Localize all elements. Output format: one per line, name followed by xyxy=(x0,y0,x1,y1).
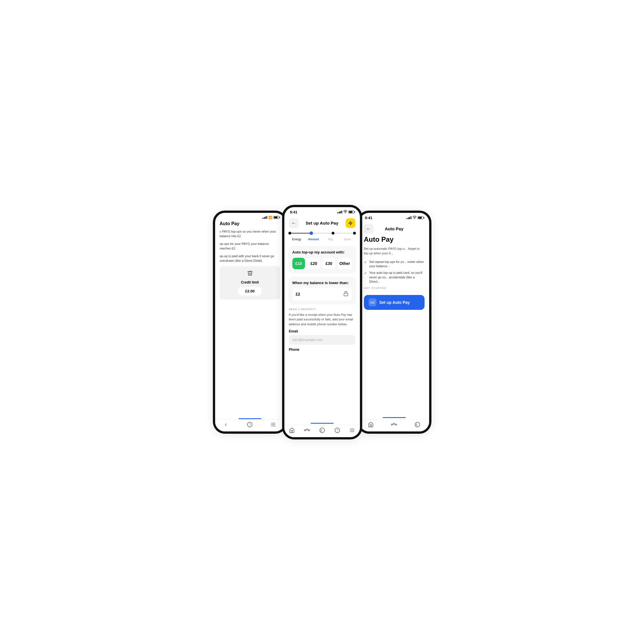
right-bottom-nav: £ xyxy=(359,419,429,431)
svg-point-26 xyxy=(396,424,397,425)
label-pay: Pay xyxy=(322,238,339,241)
autopay-desc: Set up automatic PAYG top-u... forget to… xyxy=(364,246,425,256)
signal-icon xyxy=(262,216,267,219)
center-signal-icon xyxy=(337,211,342,213)
label-done: Done xyxy=(339,238,356,241)
credit-card: Credit limit £2.00 xyxy=(220,266,280,300)
left-text-2: op-ups for your PAYG your balance reache… xyxy=(220,241,280,251)
right-battery-icon xyxy=(418,216,423,219)
action-button[interactable] xyxy=(346,218,355,228)
left-status-icons: 📶 xyxy=(262,216,279,219)
label-amount: Amount xyxy=(305,238,322,241)
center-status-bar: 9:41 xyxy=(284,207,360,216)
left-nav-help[interactable]: ? xyxy=(247,422,253,427)
left-screen: 📶 Auto Pay c PAYG top-ups so you never w… xyxy=(215,213,285,431)
phone-label: Phone xyxy=(289,348,355,352)
right-nav-home[interactable] xyxy=(368,422,374,427)
step-dot-amount xyxy=(310,231,313,235)
get-started-label: GET STARTED xyxy=(364,287,425,290)
step-amount xyxy=(310,231,313,235)
left-status-bar: 📶 xyxy=(215,213,285,221)
left-bottom-bar-container xyxy=(215,417,285,419)
center-time: 9:41 xyxy=(290,210,298,214)
setup-autopay-button[interactable]: Set up Auto Pay xyxy=(364,295,425,310)
balance-card: When my balance is lower than: £2 xyxy=(288,277,356,304)
step-line-2 xyxy=(313,233,332,233)
svg-text:£: £ xyxy=(416,423,418,426)
svg-text:£: £ xyxy=(225,423,227,426)
amount-btn-other[interactable]: Other xyxy=(338,258,352,269)
left-phone: 📶 Auto Pay c PAYG top-ups so you never w… xyxy=(213,211,287,434)
left-text-1: c PAYG top-ups so you never when your ba… xyxy=(220,229,280,239)
trash-icon[interactable] xyxy=(247,270,253,278)
left-nav-menu[interactable] xyxy=(270,422,276,427)
back-button[interactable]: ← xyxy=(289,218,299,228)
center-bottom-nav: £ ? xyxy=(284,425,360,437)
right-nav-bar: ← Auto Pay xyxy=(359,222,429,235)
amount-btn-30[interactable]: £30 xyxy=(322,258,335,269)
scene: 📶 Auto Pay c PAYG top-ups so you never w… xyxy=(193,193,451,451)
center-screen: 9:41 ← Set up Auto Pay xyxy=(284,207,360,437)
lock-icon xyxy=(343,291,348,298)
topup-card: Auto top-up my account with: £10 £20 £30… xyxy=(288,246,356,273)
receipt-label: NEED A RECEIPT? xyxy=(289,308,355,311)
step-energy xyxy=(288,232,291,235)
svg-point-6 xyxy=(345,213,346,213)
center-nav-home[interactable] xyxy=(289,427,295,433)
receipt-section: NEED A RECEIPT? If you'd like a receipt … xyxy=(288,308,356,356)
step-line-1 xyxy=(291,233,310,233)
right-status-icons xyxy=(407,216,423,220)
center-bottom-bar xyxy=(311,423,334,424)
balance-input-row: £2 xyxy=(292,288,352,300)
right-back-button[interactable]: ← xyxy=(364,224,374,234)
center-phone: 9:41 ← Set up Auto Pay xyxy=(282,205,362,439)
left-bottom-nav: £ ? xyxy=(215,419,285,431)
email-input[interactable]: sam@example.com xyxy=(289,335,355,345)
center-wifi-icon xyxy=(343,210,347,214)
center-nav-pound[interactable]: £ xyxy=(319,427,325,433)
check-text-1: Set repeat top-ups for yo... meter when … xyxy=(369,260,425,269)
step-dot-energy xyxy=(288,232,291,235)
svg-point-22 xyxy=(391,424,393,425)
label-energy: Energy xyxy=(288,238,305,241)
svg-marker-7 xyxy=(349,221,352,225)
right-bottom-bar-container xyxy=(359,417,429,419)
svg-text:£: £ xyxy=(321,428,323,432)
center-battery-icon xyxy=(348,211,354,213)
center-nav-title: Set up Auto Pay xyxy=(306,221,338,225)
center-nav-dots[interactable] xyxy=(304,428,310,432)
right-screen: 9:41 ← Auto Pay xyxy=(359,213,429,431)
right-nav-pound[interactable]: £ xyxy=(415,422,420,427)
step-line-3 xyxy=(334,233,353,233)
svg-text:?: ? xyxy=(336,429,338,432)
amount-btn-10[interactable]: £10 xyxy=(292,258,305,269)
check-item-1: ✓ Set repeat top-ups for yo... meter whe… xyxy=(364,260,425,269)
left-nav-pound[interactable]: £ xyxy=(224,422,229,427)
autopay-title: Auto Pay xyxy=(364,235,425,243)
divider xyxy=(364,292,425,292)
balance-value: £2 xyxy=(296,292,300,296)
right-wifi-icon xyxy=(413,216,417,220)
center-nav-menu[interactable] xyxy=(349,427,355,433)
topup-title: Auto top-up my account with: xyxy=(292,250,352,254)
right-content: Auto Pay Set up automatic PAYG top-u... … xyxy=(359,235,429,326)
amount-btn-20[interactable]: £20 xyxy=(307,258,320,269)
check-item-2: ✓ Your auto top-up is paid card, so you'… xyxy=(364,271,425,284)
center-nav-help[interactable]: ? xyxy=(334,427,340,433)
step-pay xyxy=(332,232,334,235)
left-text-3: op-up is paid with your bank ll never go… xyxy=(220,254,280,263)
balance-title: When my balance is lower than: xyxy=(292,281,352,285)
check-text-2: Your auto top-up is paid card, so you'll… xyxy=(369,271,425,284)
credit-value: £2.00 xyxy=(238,287,261,296)
email-label: Email xyxy=(289,329,355,333)
right-bottom-bar xyxy=(383,417,406,418)
center-bottom-bar-container xyxy=(284,422,360,425)
right-status-bar: 9:41 xyxy=(359,213,429,222)
setup-btn-label: Set up Auto Pay xyxy=(379,300,410,305)
svg-point-13 xyxy=(308,429,310,431)
wifi-icon: 📶 xyxy=(268,216,272,219)
right-nav-dots[interactable] xyxy=(391,423,397,427)
step-done xyxy=(353,232,356,235)
left-content: c PAYG top-ups so you never when your ba… xyxy=(215,229,285,417)
right-phone: 9:41 ← Auto Pay xyxy=(357,211,431,434)
